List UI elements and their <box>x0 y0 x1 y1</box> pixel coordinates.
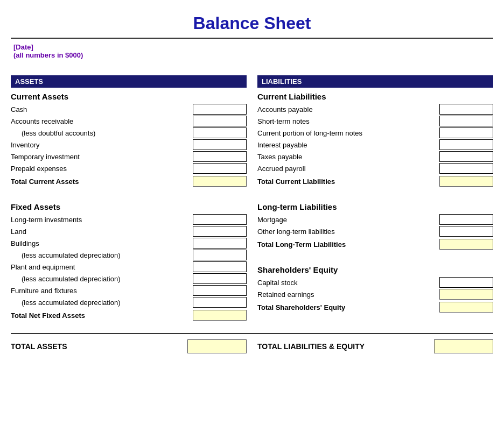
plant-equipment-row: Plant and equipment <box>11 261 247 273</box>
accrued-payroll-label: Accrued payroll <box>257 165 439 173</box>
inventory-row: Inventory <box>11 139 247 151</box>
total-net-fixed-assets-row: Total Net Fixed Assets <box>11 308 247 322</box>
total-current-liabilities-label: Total Current Liabilities <box>257 178 439 186</box>
temporary-investment-input[interactable] <box>193 151 247 162</box>
total-longterm-liabilities-label: Total Long-Term Liabilities <box>257 240 439 249</box>
buildings-row: Buildings <box>11 237 247 249</box>
accrued-payroll-row: Accrued payroll <box>257 162 493 174</box>
total-assets-label: TOTAL ASSETS <box>11 342 67 351</box>
total-liabilities-equity-input[interactable] <box>434 339 493 353</box>
furniture-fixtures-input[interactable] <box>193 285 247 296</box>
total-equity-label: Total Shareholders' Equity <box>257 303 439 311</box>
land-label: Land <box>11 228 193 236</box>
total-assets-col: TOTAL ASSETS <box>11 339 247 353</box>
interest-payable-label: Interest payable <box>257 141 439 149</box>
interest-payable-input[interactable] <box>439 139 493 150</box>
less-doubtful-row: (less doubtful accounts) <box>11 127 247 139</box>
furniture-fixtures-label: Furniture and fixtures <box>11 287 193 295</box>
prepaid-expenses-input[interactable] <box>193 163 247 174</box>
total-current-assets-label: Total Current Assets <box>11 178 193 186</box>
inventory-input[interactable] <box>193 139 247 150</box>
total-liabilities-equity-col: TOTAL LIABILITIES & EQUITY <box>257 339 493 353</box>
total-current-assets-row: Total Current Assets <box>11 174 247 188</box>
total-equity-row: Total Shareholders' Equity <box>257 300 493 314</box>
cash-label: Cash <box>11 105 193 113</box>
interest-payable-row: Interest payable <box>257 139 493 151</box>
less-accum-depr-plant-label: (less accumulated depreciation) <box>11 275 193 283</box>
current-portion-longterm-label: Current portion of long-term notes <box>257 129 439 137</box>
less-accum-depr-plant-input[interactable] <box>193 273 247 284</box>
total-current-liabilities-input[interactable] <box>439 176 493 187</box>
equity-title: Shareholders' Equity <box>257 265 493 274</box>
liabilities-column: LIABILITIES Current Liabilities Accounts… <box>257 75 493 322</box>
temporary-investment-row: Temporary investment <box>11 151 247 162</box>
assets-column: ASSETS Current Assets Cash Accounts rece… <box>11 75 247 322</box>
total-current-assets-input[interactable] <box>193 176 247 187</box>
other-longterm-liabilities-input[interactable] <box>439 226 493 237</box>
inventory-label: Inventory <box>11 141 193 149</box>
current-portion-longterm-row: Current portion of long-term notes <box>257 127 493 139</box>
other-longterm-liabilities-row: Other long-term liabilities <box>257 225 493 237</box>
less-doubtful-label: (less doubtful accounts) <box>11 129 193 137</box>
taxes-payable-row: Taxes payable <box>257 151 493 162</box>
numbers-unit-label: (all numbers in $000) <box>13 51 493 59</box>
less-accum-depr-plant-row: (less accumulated depreciation) <box>11 273 247 285</box>
furniture-fixtures-row: Furniture and fixtures <box>11 285 247 296</box>
fixed-assets-title: Fixed Assets <box>11 202 247 211</box>
taxes-payable-input[interactable] <box>439 151 493 162</box>
other-longterm-liabilities-label: Other long-term liabilities <box>257 228 439 236</box>
total-equity-input[interactable] <box>439 302 493 313</box>
cash-row: Cash <box>11 103 247 115</box>
bottom-totals: TOTAL ASSETS TOTAL LIABILITIES & EQUITY <box>11 333 493 353</box>
land-row: Land <box>11 225 247 237</box>
less-accum-depr-furniture-row: (less accumulated depreciation) <box>11 296 247 308</box>
total-longterm-liabilities-row: Total Long-Term Liabilities <box>257 237 493 251</box>
accounts-receivable-label: Accounts receivable <box>11 117 193 125</box>
plant-equipment-label: Plant and equipment <box>11 263 193 271</box>
land-input[interactable] <box>193 226 247 237</box>
longterm-investments-label: Long-term investments <box>11 216 193 224</box>
prepaid-expenses-label: Prepaid expenses <box>11 165 193 173</box>
mortgage-label: Mortgage <box>257 216 439 224</box>
assets-header: ASSETS <box>11 75 247 88</box>
cash-input[interactable] <box>193 104 247 115</box>
total-liabilities-equity-label: TOTAL LIABILITIES & EQUITY <box>257 342 365 351</box>
less-accum-depr-furniture-label: (less accumulated depreciation) <box>11 299 193 307</box>
total-net-fixed-assets-input[interactable] <box>193 310 247 321</box>
taxes-payable-label: Taxes payable <box>257 153 439 161</box>
longterm-liabilities-title: Long-term Liabilities <box>257 202 493 211</box>
accounts-payable-row: Accounts payable <box>257 103 493 115</box>
less-accum-depr-buildings-input[interactable] <box>193 250 247 260</box>
short-term-notes-label: Short-term notes <box>257 117 439 125</box>
current-portion-longterm-input[interactable] <box>439 127 493 138</box>
buildings-input[interactable] <box>193 238 247 249</box>
accounts-receivable-input[interactable] <box>193 116 247 126</box>
longterm-investments-input[interactable] <box>193 214 247 225</box>
mortgage-input[interactable] <box>439 214 493 225</box>
page-title: Balance Sheet <box>11 5 493 39</box>
short-term-notes-row: Short-term notes <box>257 115 493 127</box>
accounts-payable-input[interactable] <box>439 104 493 115</box>
total-net-fixed-assets-label: Total Net Fixed Assets <box>11 311 193 320</box>
current-assets-title: Current Assets <box>11 92 247 101</box>
total-longterm-liabilities-input[interactable] <box>439 239 493 250</box>
liabilities-header: LIABILITIES <box>257 75 493 88</box>
current-liabilities-title: Current Liabilities <box>257 92 493 101</box>
longterm-investments-row: Long-term investments <box>11 214 247 225</box>
capital-stock-label: Capital stock <box>257 279 439 287</box>
short-term-notes-input[interactable] <box>439 116 493 126</box>
capital-stock-row: Capital stock <box>257 276 493 288</box>
accrued-payroll-input[interactable] <box>439 163 493 174</box>
mortgage-row: Mortgage <box>257 214 493 225</box>
less-doubtful-input[interactable] <box>193 127 247 138</box>
total-assets-input[interactable] <box>187 339 247 353</box>
less-accum-depr-buildings-label: (less accumulated depreciation) <box>11 251 193 259</box>
retained-earnings-input[interactable] <box>439 289 493 300</box>
accounts-receivable-row: Accounts receivable <box>11 115 247 127</box>
plant-equipment-input[interactable] <box>193 261 247 272</box>
less-accum-depr-furniture-input[interactable] <box>193 297 247 308</box>
temporary-investment-label: Temporary investment <box>11 153 193 161</box>
capital-stock-input[interactable] <box>439 277 493 288</box>
less-accum-depr-buildings-row: (less accumulated depreciation) <box>11 249 247 261</box>
total-current-liabilities-row: Total Current Liabilities <box>257 174 493 188</box>
